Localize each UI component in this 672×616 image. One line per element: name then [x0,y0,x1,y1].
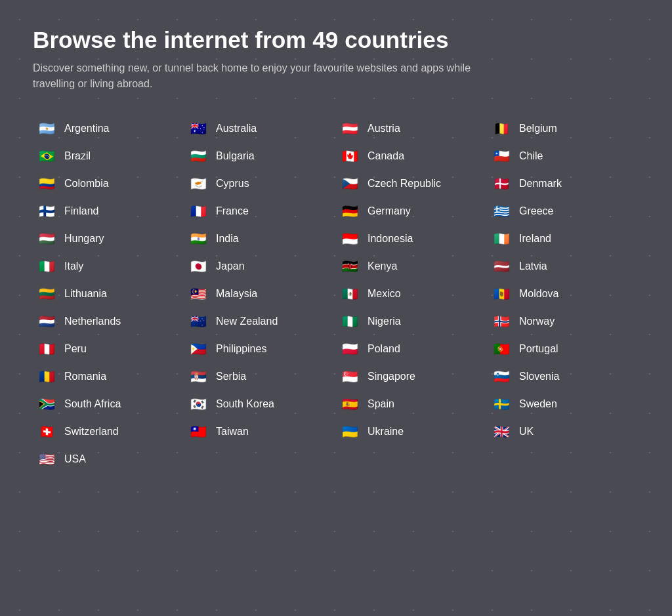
country-name: Colombia [64,178,109,190]
country-name: Sweden [519,398,557,410]
list-item: 🇵🇪Peru [33,335,184,363]
flag-icon: 🇱🇹 [35,286,58,302]
flag-icon: 🇰🇪 [339,258,361,274]
list-item: 🇳🇿New Zealand [184,308,336,335]
flag-icon: 🇮🇹 [35,258,58,274]
country-name: India [216,233,239,245]
country-name: Ireland [519,233,551,245]
flag-icon: 🇮🇳 [187,231,209,247]
country-name: USA [64,453,86,465]
flag-icon: 🇮🇩 [339,231,361,247]
list-item: 🇨🇿Czech Republic [336,170,488,197]
flag-icon: 🇺🇸 [35,451,58,467]
country-name: Serbia [216,371,246,382]
list-item: 🇮🇪Ireland [488,225,639,253]
list-item: 🇧🇬Bulgaria [184,142,336,170]
country-name: Hungary [64,233,104,245]
country-name: New Zealand [216,316,278,327]
list-item: 🇪🇸Spain [336,390,488,418]
country-name: Moldova [519,288,558,300]
flag-icon: 🇨🇿 [339,176,361,192]
flag-icon: 🇧🇪 [490,121,513,136]
list-item: 🇨🇭Switzerland [33,418,184,445]
flag-icon: 🇨🇭 [35,424,58,440]
country-name: Singapore [368,371,415,382]
flag-icon: 🇫🇮 [35,203,58,219]
country-name: Finland [64,205,98,217]
country-name: Latvia [519,260,547,272]
flag-icon: 🇦🇺 [187,121,209,136]
country-name: Germany [368,205,411,217]
flag-icon: 🇦🇹 [339,121,361,136]
list-item: 🇮🇹Italy [33,253,184,280]
flag-icon: 🇨🇴 [35,176,58,192]
flag-icon: 🇨🇾 [187,176,209,192]
flag-icon: 🇵🇹 [490,341,513,357]
list-item: 🇳🇴Norway [488,308,639,335]
country-name: Philippines [216,343,266,355]
country-name: Bulgaria [216,150,255,162]
flag-icon: 🇹🇼 [187,424,209,440]
flag-icon: 🇩🇰 [490,176,513,192]
flag-icon: 🇧🇷 [35,148,58,164]
list-item: 🇲🇽Mexico [336,280,488,308]
flag-icon: 🇦🇷 [35,121,58,136]
country-name: Portugal [519,343,558,355]
list-item: 🇷🇸Serbia [184,363,336,390]
flag-icon: 🇮🇪 [490,231,513,247]
flag-icon: 🇲🇽 [339,286,361,302]
country-name: Greece [519,205,553,217]
flag-icon: 🇰🇷 [187,396,209,412]
list-item: 🇦🇹Austria [336,115,488,142]
country-name: Australia [216,123,257,134]
list-item: 🇸🇬Singapore [336,363,488,390]
list-item: 🇩🇪Germany [336,197,488,225]
flag-icon: 🇳🇱 [35,314,58,329]
page-title: Browse the internet from 49 countries [33,26,639,54]
list-item: 🇦🇺Australia [184,115,336,142]
list-item: 🇯🇵Japan [184,253,336,280]
country-name: Chile [519,150,543,162]
list-item: 🇺🇸USA [33,445,184,473]
list-item: 🇧🇷Brazil [33,142,184,170]
country-name: Malaysia [216,288,257,300]
list-item: 🇵🇱Poland [336,335,488,363]
flag-icon: 🇲🇩 [490,286,513,302]
country-name: Japan [216,260,245,272]
flag-icon: 🇷🇴 [35,369,58,384]
list-item: 🇨🇦Canada [336,142,488,170]
flag-icon: 🇸🇬 [339,369,361,384]
list-item: 🇨🇱Chile [488,142,639,170]
flag-icon: 🇲🇾 [187,286,209,302]
flag-icon: 🇯🇵 [187,258,209,274]
list-item: 🇭🇺Hungary [33,225,184,253]
flag-icon: 🇱🇻 [490,258,513,274]
list-item: 🇺🇦Ukraine [336,418,488,445]
country-name: Slovenia [519,371,559,382]
country-name: Belgium [519,123,557,134]
flag-icon: 🇿🇦 [35,396,58,412]
country-name: UK [519,426,534,438]
list-item: 🇫🇷France [184,197,336,225]
list-item: 🇫🇮Finland [33,197,184,225]
flag-icon: 🇳🇴 [490,314,513,329]
list-item: 🇲🇾Malaysia [184,280,336,308]
list-item: 🇬🇧UK [488,418,639,445]
flag-icon: 🇫🇷 [187,203,209,219]
flag-icon: 🇭🇺 [35,231,58,247]
flag-icon: 🇬🇷 [490,203,513,219]
list-item: 🇦🇷Argentina [33,115,184,142]
list-item: 🇿🇦South Africa [33,390,184,418]
country-name: Italy [64,260,83,272]
flag-icon: 🇬🇧 [490,424,513,440]
list-item: 🇳🇱Netherlands [33,308,184,335]
country-name: Netherlands [64,316,121,327]
country-name: Ukraine [368,426,404,438]
list-item: 🇲🇩Moldova [488,280,639,308]
country-name: Austria [368,123,400,134]
flag-icon: 🇺🇦 [339,424,361,440]
country-name: Nigeria [368,316,401,327]
country-name: Lithuania [64,288,107,300]
list-item: 🇬🇷Greece [488,197,639,225]
country-name: South Africa [64,398,121,410]
